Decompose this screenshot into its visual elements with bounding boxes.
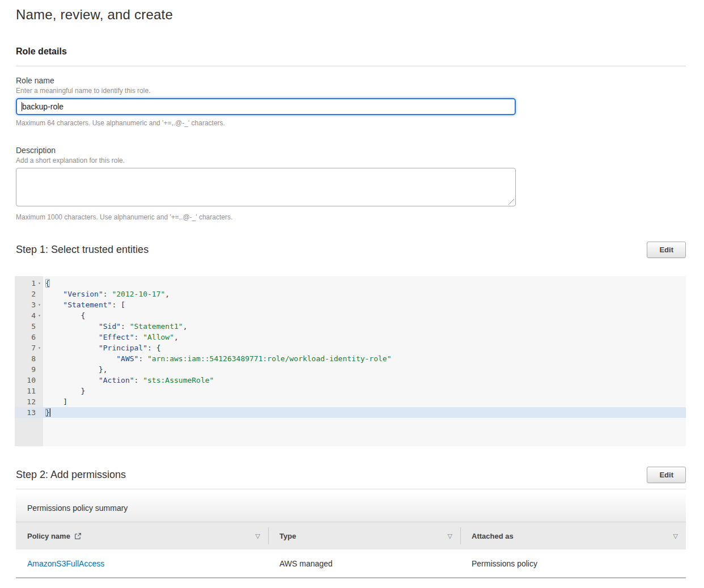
editor-line[interactable]: 12 ]	[15, 396, 686, 407]
page-content: Name, review, and create Role details Ro…	[0, 0, 704, 578]
editor-line[interactable]: 11 }	[15, 386, 686, 396]
line-number: 5	[15, 321, 43, 332]
editor-line[interactable]: 7▾ "Principal": {	[15, 342, 686, 353]
table-header-row: Policy name ▽ Type ▽	[16, 522, 686, 549]
table-row: AmazonS3FullAccessAWS managedPermissions…	[16, 549, 686, 578]
external-link-icon	[74, 532, 82, 540]
panel-title: Permissions policy summary	[27, 504, 128, 513]
role-name-label: Role name	[16, 76, 686, 85]
sort-triangle-icon[interactable]: ▽	[673, 532, 678, 540]
editor-line-code: }	[43, 386, 686, 396]
permissions-table: Policy name ▽ Type ▽	[16, 522, 686, 578]
line-number: 2	[15, 289, 43, 299]
editor-line[interactable]: 5 "Sid": "Statement1",	[15, 321, 686, 332]
column-header-type[interactable]: Type ▽	[268, 522, 460, 549]
role-name-input[interactable]	[16, 98, 516, 115]
line-number: 9	[15, 364, 43, 375]
editor-line[interactable]: 6 "Effect": "Allow",	[15, 332, 686, 342]
editor-line-code: "AWS": "arn:aws:iam::541263489771:role/w…	[43, 353, 686, 364]
fold-arrow-icon[interactable]: ▾	[36, 299, 43, 310]
editor-line-code: "Statement": [	[43, 299, 686, 310]
trust-policy-editor[interactable]: 1▾{2 "Version": "2012-10-17",3▾ "Stateme…	[15, 276, 686, 446]
page-title: Name, review, and create	[16, 7, 686, 23]
fold-arrow-icon[interactable]: ▾	[36, 310, 43, 321]
editor-line-code: {	[43, 310, 686, 321]
editor-line-code: "Sid": "Statement1",	[43, 321, 686, 332]
text-cursor	[22, 102, 22, 111]
step1-edit-button[interactable]: Edit	[647, 242, 686, 258]
line-number: 1▾	[15, 278, 43, 289]
sort-triangle-icon[interactable]: ▽	[256, 532, 260, 540]
editor-line[interactable]: 2 "Version": "2012-10-17",	[15, 289, 686, 299]
step2-heading: Step 2: Add permissions	[16, 469, 126, 481]
editor-line[interactable]: 3▾ "Statement": [	[15, 299, 686, 310]
section-divider	[16, 489, 686, 489]
editor-cursor	[50, 408, 50, 417]
editor-line-code: "Effect": "Allow",	[43, 332, 686, 342]
permissions-summary-panel: Permissions policy summary Policy name	[16, 494, 686, 578]
editor-line-code: "Action": "sts:AssumeRole"	[43, 375, 686, 386]
description-textarea[interactable]	[16, 168, 516, 206]
step1-header-row: Step 1: Select trusted entities Edit	[16, 242, 686, 258]
attached-as-cell: Permissions policy	[460, 549, 686, 577]
step2-edit-button[interactable]: Edit	[647, 467, 686, 483]
policy-name-link[interactable]: AmazonS3FullAccess	[27, 559, 104, 568]
line-number: 6	[15, 332, 43, 342]
editor-line-code: }	[43, 407, 686, 418]
column-header-policy-name[interactable]: Policy name ▽	[16, 522, 268, 549]
role-name-field-group: Role name Enter a meaningful name to ide…	[16, 76, 686, 127]
column-header-attached-as[interactable]: Attached as ▽	[460, 522, 686, 549]
line-number: 4▾	[15, 310, 43, 321]
editor-line[interactable]: 13}	[15, 407, 686, 418]
role-name-hint: Enter a meaningful name to identify this…	[16, 87, 686, 95]
section-divider	[16, 66, 686, 66]
line-number: 7▾	[15, 342, 43, 353]
editor-line-code: },	[43, 364, 686, 375]
line-number: 13	[15, 407, 43, 418]
role-details-heading: Role details	[16, 46, 686, 57]
line-number: 10	[15, 375, 43, 386]
editor-line[interactable]: 10 "Action": "sts:AssumeRole"	[15, 375, 686, 386]
line-number: 8	[15, 353, 43, 364]
policy-editor-lines: 1▾{2 "Version": "2012-10-17",3▾ "Stateme…	[15, 276, 686, 418]
description-label: Description	[16, 146, 686, 155]
description-hint: Add a short explanation for this role.	[16, 156, 686, 164]
column-label: Attached as	[472, 532, 514, 540]
line-number: 12	[15, 396, 43, 407]
description-constraint: Maximum 1000 characters. Use alphanumeri…	[16, 213, 686, 221]
description-field-group: Description Add a short explanation for …	[16, 146, 686, 221]
role-name-constraint: Maximum 64 characters. Use alphanumeric …	[16, 119, 686, 127]
fold-arrow-icon[interactable]: ▾	[36, 278, 43, 289]
line-number: 11	[15, 386, 43, 396]
line-number: 3▾	[15, 299, 43, 310]
column-label: Policy name	[27, 532, 70, 540]
editor-line-code: "Version": "2012-10-17",	[43, 289, 686, 299]
editor-line-code: "Principal": {	[43, 342, 686, 353]
column-label: Type	[279, 532, 296, 540]
policy-type-cell: AWS managed	[268, 549, 460, 577]
editor-line[interactable]: 4▾ {	[15, 310, 686, 321]
panel-header: Permissions policy summary	[16, 494, 686, 522]
editor-line-code: {	[43, 278, 686, 289]
step2-header-row: Step 2: Add permissions Edit	[16, 467, 686, 483]
table-body: AmazonS3FullAccessAWS managedPermissions…	[16, 549, 686, 578]
editor-line-code: ]	[43, 396, 686, 407]
editor-line[interactable]: 8 "AWS": "arn:aws:iam::541263489771:role…	[15, 353, 686, 364]
editor-line[interactable]: 1▾{	[15, 278, 686, 289]
editor-line[interactable]: 9 },	[15, 364, 686, 375]
sort-triangle-icon[interactable]: ▽	[448, 532, 452, 540]
fold-arrow-icon[interactable]: ▾	[36, 342, 43, 353]
step1-heading: Step 1: Select trusted entities	[16, 244, 149, 256]
